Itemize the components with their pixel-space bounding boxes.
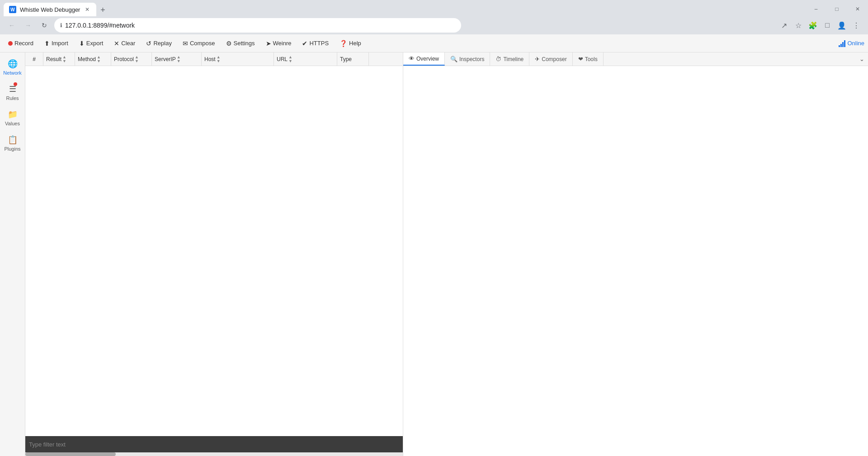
right-panel-content <box>403 66 868 456</box>
replay-button[interactable]: ↺ Replay <box>142 37 176 50</box>
composer-icon: ✈ <box>535 56 540 62</box>
timeline-icon: ⏱ <box>495 56 501 62</box>
weinre-icon: ➤ <box>266 40 271 47</box>
col-header-serverip[interactable]: ServerIP ▲▼ <box>152 52 202 66</box>
sidebar-item-label-values: Values <box>5 121 20 126</box>
extensions-button[interactable]: 🧩 <box>807 19 819 32</box>
scrollbar-thumb[interactable] <box>25 452 116 456</box>
values-icon: 📁 <box>8 109 18 119</box>
right-panel: 👁 Overview 🔍 Inspectors ⏱ Timeline ✈ <box>403 52 868 456</box>
content-area: # Result ▲▼ Method ▲▼ Protocol ▲▼ <box>25 52 868 456</box>
tab-bar: W Whistle Web Debugger ✕ + – □ ✕ <box>0 0 868 16</box>
right-panel-tabs: 👁 Overview 🔍 Inspectors ⏱ Timeline ✈ <box>403 52 868 66</box>
plugins-icon: 📋 <box>8 135 18 145</box>
tab-close-button[interactable]: ✕ <box>84 6 91 13</box>
import-button[interactable]: ⬆ Import <box>40 37 73 50</box>
tab-inspectors-label: Inspectors <box>459 56 484 62</box>
col-header-url[interactable]: URL ▲▼ <box>274 52 337 66</box>
weinre-button[interactable]: ➤ Weinre <box>261 37 296 50</box>
settings-icon: ⚙ <box>226 40 232 47</box>
record-dot-icon <box>8 41 13 46</box>
sidebar-item-label-plugins: Plugins <box>4 146 20 152</box>
sidebar-item-network[interactable]: 🌐 Network <box>1 54 24 80</box>
clear-button[interactable]: ✕ Clear <box>109 37 140 50</box>
network-panel: # Result ▲▼ Method ▲▼ Protocol ▲▼ <box>25 52 868 456</box>
main-content: 🌐 Network ☰ Rules 📁 Values 📋 Plugins <box>0 52 868 456</box>
toolbar: Record ⬆ Import ⬇ Export ✕ Clear ↺ Repla… <box>0 34 868 52</box>
tab-inspectors[interactable]: 🔍 Inspectors <box>445 52 490 66</box>
sidebar-item-label-rules: Rules <box>6 95 19 101</box>
https-label: HTTPS <box>309 40 329 47</box>
horizontal-scrollbar[interactable] <box>25 452 403 456</box>
col-header-result[interactable]: Result ▲▼ <box>43 52 75 66</box>
col-hash-label: # <box>33 56 36 62</box>
col-header-type[interactable]: Type <box>337 52 369 66</box>
url-sort-icon: ▲▼ <box>288 55 292 63</box>
col-header-method[interactable]: Method ▲▼ <box>75 52 111 66</box>
col-header-hash[interactable]: # <box>25 52 43 66</box>
tab-composer[interactable]: ✈ Composer <box>529 52 572 66</box>
chart-bar-1 <box>839 45 840 47</box>
table-body <box>25 66 403 436</box>
sidebar-item-values[interactable]: 📁 Values <box>1 105 24 130</box>
filter-bar <box>25 436 403 452</box>
clear-label: Clear <box>121 40 135 47</box>
host-sort-icon: ▲▼ <box>217 55 221 63</box>
import-icon: ⬆ <box>44 40 50 47</box>
window-maximize-button[interactable]: □ <box>826 2 847 16</box>
filter-input[interactable] <box>29 441 399 448</box>
col-header-host[interactable]: Host ▲▼ <box>202 52 274 66</box>
sidebar-item-label-network: Network <box>3 70 21 76</box>
split-view-button[interactable]: □ <box>821 19 834 32</box>
online-label: Online <box>847 40 864 47</box>
export-button[interactable]: ⬇ Export <box>75 37 108 50</box>
tabs-more-button[interactable]: ⌄ <box>856 52 868 66</box>
col-host-label: Host <box>204 56 216 62</box>
sidebar-item-rules[interactable]: ☰ Rules <box>1 80 24 105</box>
tab-composer-label: Composer <box>542 56 566 62</box>
settings-button[interactable]: ⚙ Settings <box>222 37 259 50</box>
help-button[interactable]: ❓ Help <box>335 37 366 50</box>
protocol-sort-icon: ▲▼ <box>135 55 139 63</box>
col-type-label: Type <box>340 56 352 62</box>
network-list: # Result ▲▼ Method ▲▼ Protocol ▲▼ <box>25 52 403 456</box>
clear-icon: ✕ <box>114 40 119 47</box>
compose-button[interactable]: ✉ Compose <box>178 37 220 50</box>
https-icon: ✔ <box>302 40 307 47</box>
export-icon: ⬇ <box>79 40 85 47</box>
forward-button[interactable]: → <box>22 19 34 32</box>
bookmark-button[interactable]: ☆ <box>792 19 805 32</box>
chart-bar-4 <box>844 40 845 47</box>
tab-overview[interactable]: 👁 Overview <box>403 52 445 66</box>
tab-tools[interactable]: ❤ Tools <box>573 52 604 66</box>
browser-tab[interactable]: W Whistle Web Debugger ✕ <box>4 3 96 16</box>
export-label: Export <box>86 40 104 47</box>
sidebar: 🌐 Network ☰ Rules 📁 Values 📋 Plugins <box>0 52 25 456</box>
tab-tools-label: Tools <box>585 56 598 62</box>
back-button[interactable]: ← <box>5 19 18 32</box>
record-label: Record <box>14 40 33 47</box>
menu-button[interactable]: ⋮ <box>850 19 863 32</box>
url-bar[interactable]: ℹ 127.0.0.1:8899/#network <box>54 18 461 33</box>
https-button[interactable]: ✔ HTTPS <box>297 37 333 50</box>
settings-label: Settings <box>234 40 255 47</box>
share-button[interactable]: ↗ <box>778 19 790 32</box>
window-minimize-button[interactable]: – <box>806 2 826 16</box>
new-tab-button[interactable]: + <box>96 4 109 16</box>
profile-button[interactable]: 👤 <box>835 19 848 32</box>
reload-button[interactable]: ↻ <box>38 19 51 32</box>
col-header-protocol[interactable]: Protocol ▲▼ <box>111 52 152 66</box>
method-sort-icon: ▲▼ <box>97 55 101 63</box>
record-button[interactable]: Record <box>4 37 38 50</box>
tab-overview-label: Overview <box>416 56 439 62</box>
browser-actions: ↗ ☆ 🧩 □ 👤 ⋮ <box>778 19 863 32</box>
tab-timeline[interactable]: ⏱ Timeline <box>490 52 529 66</box>
window-close-button[interactable]: ✕ <box>847 2 868 16</box>
sidebar-item-plugins[interactable]: 📋 Plugins <box>1 130 24 156</box>
col-protocol-label: Protocol <box>114 56 134 62</box>
tools-icon: ❤ <box>578 56 583 62</box>
replay-icon: ↺ <box>146 40 151 47</box>
url-security-icon: ℹ <box>60 22 62 28</box>
col-url-label: URL <box>277 56 288 62</box>
tab-title: Whistle Web Debugger <box>20 6 80 13</box>
